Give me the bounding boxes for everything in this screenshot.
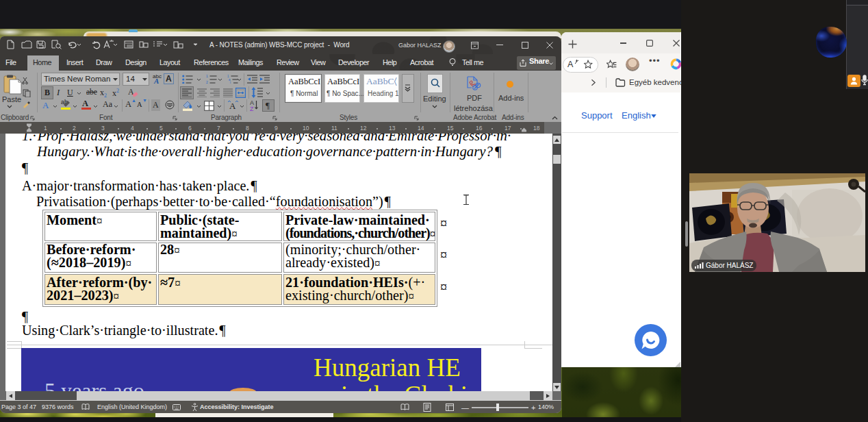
svg-text:Z: Z [250, 106, 254, 112]
svg-text:1: 1 [206, 75, 208, 78]
svg-text:i: i [230, 81, 231, 84]
svg-text:2: 2 [206, 80, 208, 84]
